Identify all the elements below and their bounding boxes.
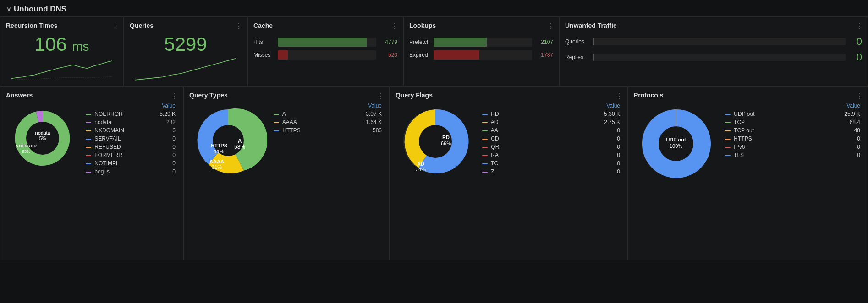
cache-menu[interactable]: ⋮: [391, 22, 398, 31]
legend-row: HTTPS 0: [723, 135, 862, 143]
legend-row: NXDOMAIN 6: [84, 126, 177, 135]
legend-label: TCP out: [723, 126, 811, 135]
bottom-row: Answers ⋮ nodata 5%: [0, 87, 868, 260]
legend-row: NOERROR 5.29 K: [84, 110, 177, 118]
unwanted-queries-bar: [593, 38, 594, 45]
lookups-menu[interactable]: ⋮: [547, 22, 554, 31]
cache-misses-row: Misses 520: [253, 50, 397, 60]
legend-label: A: [272, 110, 340, 118]
unwanted-replies-label: Replies: [565, 54, 590, 60]
legend-row: UDP out 25.9 K: [723, 110, 862, 118]
legend-row: QR 0: [480, 143, 622, 151]
lookups-expired-fill: [434, 50, 479, 60]
legend-label: TC: [480, 159, 553, 168]
legend-value: 0: [148, 159, 177, 168]
legend-label: UDP out: [723, 110, 811, 118]
legend-row: REFUSED 0: [84, 143, 177, 151]
legend-value: 1.64 K: [340, 118, 384, 126]
legend-row: SERVFAIL 0: [84, 135, 177, 143]
recursion-menu[interactable]: ⋮: [111, 22, 119, 31]
legend-row: NOTIMPL 0: [84, 159, 177, 168]
legend-value: 5.30 K: [553, 110, 622, 118]
legend-value: 68.4: [811, 118, 862, 126]
cache-misses-track: [278, 50, 376, 60]
legend-value: 6: [148, 126, 177, 135]
svg-text:HTTPS: HTTPS: [211, 143, 227, 148]
svg-text:95%: 95%: [22, 149, 30, 154]
legend-row: A 3.07 K: [272, 110, 384, 118]
lookups-title: Lookups: [409, 22, 553, 29]
lookups-prefetch-label: Prefetch: [409, 39, 430, 45]
svg-text:31%: 31%: [212, 164, 222, 170]
panel-query-flags: Query Flags ⋮ RD 66% AD 34%: [390, 87, 628, 260]
svg-text:nodata: nodata: [35, 130, 50, 135]
queries-menu[interactable]: ⋮: [235, 22, 242, 31]
legend-value: 586: [340, 126, 384, 135]
legend-label: IPv6: [723, 143, 811, 151]
legend-label: RD: [480, 110, 553, 118]
top-row: Recursion Times ⋮ 106 ms Queries ⋮ 5299: [0, 17, 868, 87]
answers-menu[interactable]: ⋮: [171, 92, 178, 100]
answers-pie: nodata 5% NOERROR 95%: [6, 102, 79, 176]
legend-row: TCP 68.4: [723, 118, 862, 126]
legend-value: 0: [553, 126, 622, 135]
cache-misses-value: 520: [380, 52, 397, 58]
unwanted-replies-row: Replies 0: [565, 51, 862, 63]
legend-row: RA 0: [480, 151, 622, 159]
legend-label: NXDOMAIN: [84, 126, 148, 135]
queries-sparkline: [135, 56, 236, 81]
legend-row: nodata 282: [84, 118, 177, 126]
legend-label: AA: [480, 126, 553, 135]
unwanted-replies-bar: [593, 54, 594, 61]
legend-label: REFUSED: [84, 143, 148, 151]
svg-text:AD: AD: [417, 161, 424, 167]
queryflags-pie: RD 66% AD 34%: [396, 102, 476, 183]
protocols-legend: Value UDP out 25.9 K TCP 68.4 TCP out 48: [723, 102, 862, 161]
protocols-content: UDP out 100% Value UDP out 25.9 K: [634, 102, 862, 188]
panel-recursion-times: Recursion Times ⋮ 106 ms: [0, 17, 124, 86]
panel-answers: Answers ⋮ nodata 5%: [0, 87, 183, 260]
svg-text:58%: 58%: [234, 144, 245, 150]
answers-legend-header-name: [84, 102, 148, 110]
unwanted-menu[interactable]: ⋮: [856, 22, 863, 31]
panel-cache: Cache ⋮ Hits 4779 Misses 520: [247, 17, 403, 86]
unwanted-title: Unwanted Traffic: [565, 22, 862, 29]
cache-title: Cache: [253, 22, 397, 29]
legend-row: AD 2.75 K: [480, 118, 622, 126]
lookups-prefetch-row: Prefetch 2107: [409, 38, 553, 47]
panel-protocols: Protocols ⋮ UDP out 100%: [628, 87, 868, 260]
legend-row: TLS 0: [723, 151, 862, 159]
legend-value: 0: [553, 135, 622, 143]
recursion-title: Recursion Times: [6, 22, 118, 29]
legend-value: 2.75 K: [553, 118, 622, 126]
legend-label: TCP: [723, 118, 811, 126]
answers-legend: Value NOERROR 5.29 K nodata 282 NXDOMAIN…: [84, 102, 177, 178]
queries-title: Queries: [130, 22, 242, 29]
legend-label: FORMERR: [84, 151, 148, 159]
legend-row: TCP out 48: [723, 126, 862, 135]
cache-hits-label: Hits: [253, 39, 274, 45]
cache-hits-value: 4779: [380, 39, 397, 45]
legend-row: RD 5.30 K: [480, 110, 622, 118]
cache-hits-fill: [278, 38, 367, 47]
page-header: ∨ Unbound DNS: [0, 0, 868, 17]
unwanted-queries-track: [593, 38, 846, 45]
protocols-menu[interactable]: ⋮: [856, 92, 863, 100]
queryflags-legend: Value RD 5.30 K AD 2.75 K AA 0: [480, 102, 622, 178]
legend-label: AD: [480, 118, 553, 126]
unwanted-replies-value: 0: [848, 51, 862, 63]
legend-row: FORMERR 0: [84, 151, 177, 159]
legend-label: bogus: [84, 168, 148, 176]
legend-row: TC 0: [480, 159, 622, 168]
unwanted-queries-row: Queries 0: [565, 36, 862, 48]
queries-value: 5299: [164, 35, 207, 54]
panel-queries: Queries ⋮ 5299: [124, 17, 247, 86]
queryflags-menu[interactable]: ⋮: [615, 92, 623, 100]
legend-value: 0: [148, 143, 177, 151]
querytypes-menu[interactable]: ⋮: [377, 92, 385, 100]
collapse-chevron[interactable]: ∨: [6, 5, 11, 13]
lookups-expired-label: Expired: [409, 52, 430, 58]
legend-label: HTTPS: [272, 126, 340, 135]
legend-label: TLS: [723, 151, 811, 159]
lookups-prefetch-track: [434, 38, 532, 47]
